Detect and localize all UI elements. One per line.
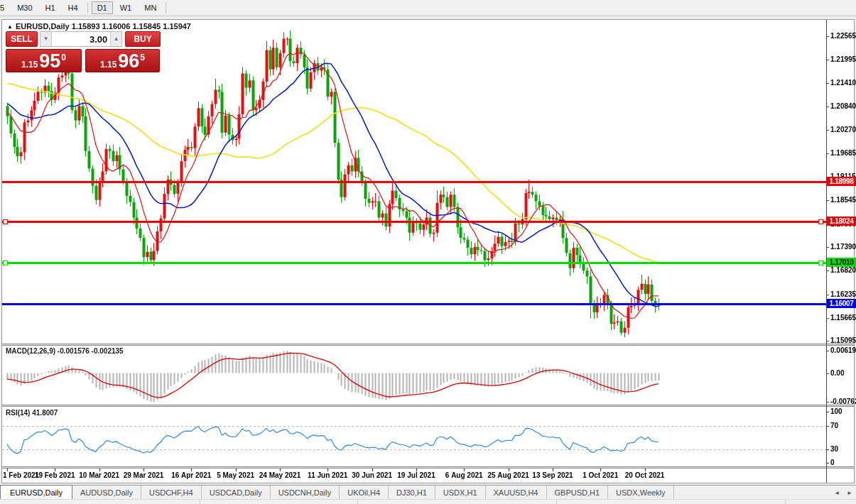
volume-decrease-button[interactable]: ▼ bbox=[40, 32, 52, 46]
sell-price-pips: 95 bbox=[39, 52, 60, 71]
chart-tab-ukoil-h4[interactable]: UKOil,H4 bbox=[340, 486, 389, 500]
timeframe-toolbar: 5 M30 H1 H4 D1 W1 MN bbox=[0, 0, 856, 16]
timeframe-button-h1[interactable]: H1 bbox=[40, 1, 61, 14]
one-click-trading-panel: SELL ▼ ▲ BUY 1.15950 1.15965 bbox=[6, 31, 161, 72]
volume-input[interactable] bbox=[52, 32, 110, 46]
chart-tab-dj30-h1[interactable]: DJ30,H1 bbox=[389, 486, 435, 500]
chart-tab-gbpusd-h1[interactable]: GBPUSD,H1 bbox=[547, 486, 609, 500]
chart-tab-eurusd-daily[interactable]: EURUSD,Daily bbox=[0, 485, 72, 500]
macd-label: MACD(12,26,9) -0.001576 -0.002135 bbox=[6, 347, 124, 355]
price-chart-canvas[interactable] bbox=[0, 0, 856, 504]
buy-price-pips: 96 bbox=[118, 52, 139, 71]
price-label-support-green[interactable]: 1.17010 bbox=[827, 258, 856, 267]
tab-scroll-left-icon[interactable]: ◄ bbox=[830, 490, 843, 496]
timeframe-button-m30[interactable]: M30 bbox=[11, 1, 38, 14]
sell-price-display[interactable]: 1.15950 bbox=[6, 49, 82, 72]
status-segment bbox=[358, 500, 557, 504]
status-segment bbox=[557, 500, 786, 504]
buy-price-point: 5 bbox=[140, 53, 145, 62]
status-bar bbox=[0, 499, 856, 504]
status-segment bbox=[0, 500, 200, 504]
volume-increase-button[interactable]: ▲ bbox=[110, 32, 121, 46]
timeframe-button-h4[interactable]: H4 bbox=[63, 1, 84, 14]
tab-scroll-right-icon[interactable]: ► bbox=[843, 490, 856, 496]
timeframe-button-d1[interactable]: D1 bbox=[92, 1, 113, 14]
price-label-current-blue[interactable]: 1.16007 bbox=[827, 299, 856, 308]
price-label-resistance-2[interactable]: 1.18024 bbox=[827, 217, 856, 226]
chart-tab-usdx-weekly[interactable]: USDX,Weekly bbox=[608, 486, 673, 500]
buy-price-base: 1.15 bbox=[100, 60, 117, 70]
rsi-label: RSI(14) 41.8007 bbox=[6, 409, 58, 417]
timeframe-button-mn[interactable]: MN bbox=[139, 1, 162, 14]
toolbar-separator bbox=[87, 2, 88, 13]
sell-button[interactable]: SELL bbox=[6, 31, 38, 47]
chart-tab-bar: EURUSD,Daily AUDUSD,Daily USDCHF,H4 USDC… bbox=[0, 485, 856, 500]
chart-title: ▲EURUSD,Daily 1.15893 1.16006 1.15845 1.… bbox=[7, 22, 191, 31]
chart-tab-audusd-daily[interactable]: AUDUSD,Daily bbox=[72, 486, 141, 500]
chart-tab-usdchf-h4[interactable]: USDCHF,H4 bbox=[141, 486, 202, 500]
chart-tab-xauusd-h4[interactable]: XAUUSD,H4 bbox=[486, 486, 547, 500]
application-window: 5 M30 H1 H4 D1 W1 MN ▲EURUSD,Daily 1.158… bbox=[0, 0, 856, 504]
chart-tab-usdcad-daily[interactable]: USDCAD,Daily bbox=[202, 486, 271, 500]
timeframe-button-m5-clipped[interactable]: 5 bbox=[0, 1, 10, 14]
toolbar-separator bbox=[166, 2, 166, 13]
chart-title-text: EURUSD,Daily 1.15893 1.16006 1.15845 1.1… bbox=[16, 22, 191, 31]
buy-price-display[interactable]: 1.15965 bbox=[85, 49, 160, 72]
tab-scroll-arrows: ◄ ► bbox=[830, 486, 856, 500]
chart-tab-usdx-h1[interactable]: USDX,H1 bbox=[435, 486, 486, 500]
sell-price-base: 1.15 bbox=[21, 60, 38, 70]
status-segment bbox=[200, 500, 358, 504]
timeframe-button-w1[interactable]: W1 bbox=[114, 1, 138, 14]
chart-tab-usdcnh-daily[interactable]: USDCNH,Daily bbox=[271, 486, 340, 500]
price-label-resistance-1[interactable]: 1.18998 bbox=[827, 177, 856, 186]
collapse-triangle-icon[interactable]: ▲ bbox=[7, 23, 13, 30]
buy-button[interactable]: BUY bbox=[125, 31, 161, 47]
sell-price-point: 0 bbox=[61, 53, 66, 62]
volume-spinner: ▼ ▲ bbox=[40, 31, 122, 47]
